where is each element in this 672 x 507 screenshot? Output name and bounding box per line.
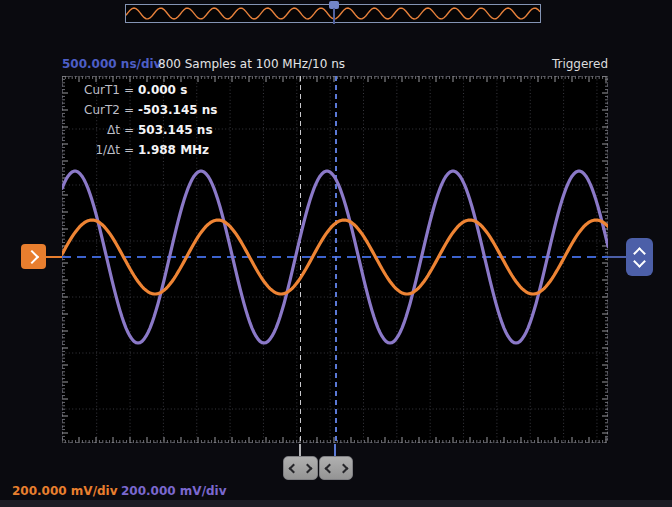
chevron-down-icon (633, 255, 646, 268)
channel2-offset-connector (608, 256, 626, 258)
readout-label: CurT1 (68, 83, 120, 97)
chevron-right-icon (338, 463, 348, 473)
cursor-t1-drag-handle[interactable] (319, 456, 353, 480)
channel-1-trace (62, 220, 608, 294)
readout-row-delta-t: Δt = 503.145 ns (68, 123, 218, 143)
readout-label: CurT2 (68, 103, 120, 117)
channel1-offset-connector (46, 256, 62, 258)
readout-value: 1.988 MHz (138, 143, 209, 157)
cursor-t2-drag-handle[interactable] (283, 456, 318, 480)
trigger-status-label: Triggered (552, 57, 608, 71)
readout-label: 1/Δt (68, 143, 120, 157)
readout-row-inverse-delta-t: 1/Δt = 1.988 MHz (68, 143, 218, 163)
readout-equals: = (120, 123, 138, 137)
readout-value: -503.145 ns (138, 103, 218, 117)
readout-equals: = (120, 103, 138, 117)
channel-2-trace (62, 171, 608, 343)
channel1-offset-marker[interactable] (21, 244, 46, 269)
timebase-per-div-label[interactable]: 500.000 ns/div (62, 57, 161, 71)
channel1-volts-per-div-label[interactable]: 200.000 mV/div (12, 484, 118, 498)
channel2-volts-per-div-label[interactable]: 200.000 mV/div (121, 484, 227, 498)
readout-label: Δt (68, 123, 120, 137)
readout-equals: = (120, 83, 138, 97)
readout-row-curt1: CurT1 = 0.000 s (68, 83, 218, 103)
window-bottom-edge (0, 500, 672, 507)
samples-info-label: 800 Samples at 100 MHz/10 ns (158, 57, 345, 71)
readout-equals: = (120, 143, 138, 157)
scope-plot-canvas[interactable]: CurT1 = 0.000 s CurT2 = -503.145 ns Δt =… (62, 76, 608, 443)
readout-value: 503.145 ns (138, 123, 213, 137)
chevron-left-icon (324, 463, 334, 473)
readout-row-curt2: CurT2 = -503.145 ns (68, 103, 218, 123)
chevron-left-icon (289, 463, 299, 473)
readout-value: 0.000 s (138, 83, 187, 97)
chevron-right-icon (25, 249, 39, 263)
oscilloscope-window: 500.000 ns/div 800 Samples at 100 MHz/10… (0, 0, 672, 507)
trigger-position-stem (333, 8, 335, 24)
channel2-offset-marker[interactable] (626, 238, 653, 276)
chevron-right-icon (303, 463, 313, 473)
cursor-readout: CurT1 = 0.000 s CurT2 = -503.145 ns Δt =… (68, 83, 218, 163)
